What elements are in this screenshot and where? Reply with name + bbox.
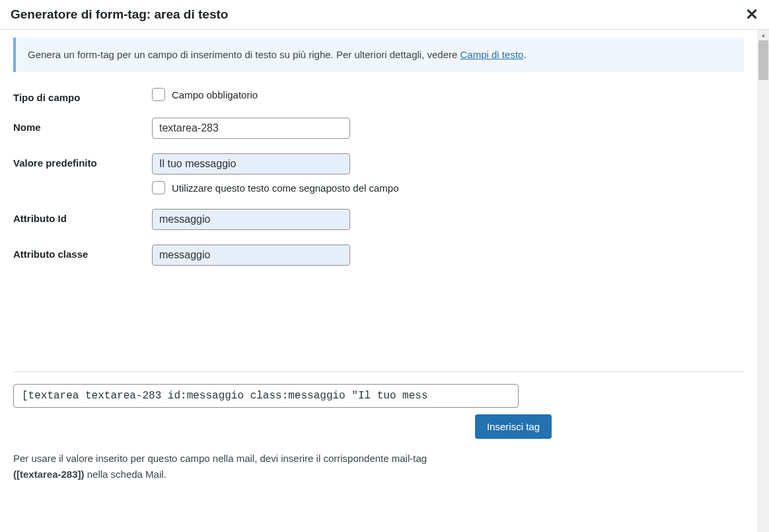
- class-attr-input[interactable]: [152, 245, 350, 266]
- required-checkbox[interactable]: [152, 88, 165, 101]
- info-text-after: .: [523, 49, 526, 60]
- class-attr-row: Attributo classe: [13, 245, 744, 266]
- form-tag-generator-modal: Generatore di form-tag: area di testo ✕ …: [0, 0, 769, 532]
- insert-tag-button[interactable]: Inserisci tag: [475, 414, 552, 439]
- footer-line1: Per usare il valore inserito per questo …: [13, 453, 427, 464]
- placeholder-checkbox-label: Utilizzare questo testo come segnaposto …: [172, 182, 399, 194]
- name-input[interactable]: [152, 118, 350, 139]
- modal-body: Genera un form-tag per un campo di inser…: [0, 30, 769, 532]
- footer-mail-tag: ([textarea-283]): [13, 469, 85, 480]
- scrollbar-thumb[interactable]: [758, 40, 768, 80]
- modal-title: Generatore di form-tag: area di testo: [11, 7, 228, 22]
- info-link[interactable]: Campi di testo: [460, 49, 524, 60]
- scrollbar[interactable]: ▴: [757, 30, 769, 532]
- default-value-row: Valore predefinito Utilizzare questo tes…: [13, 153, 744, 194]
- close-icon[interactable]: ✕: [745, 7, 758, 22]
- scrollbar-up-icon[interactable]: ▴: [758, 30, 769, 40]
- placeholder-checkbox[interactable]: [152, 181, 165, 194]
- modal-header: Generatore di form-tag: area di testo ✕: [0, 0, 769, 30]
- required-checkbox-label: Campo obbligatorio: [172, 89, 258, 100]
- id-attr-input[interactable]: [152, 209, 350, 230]
- info-text: Genera un form-tag per un campo di inser…: [28, 49, 460, 60]
- generated-tag-input[interactable]: [13, 384, 519, 408]
- content-area: Genera un form-tag per un campo di inser…: [0, 30, 757, 532]
- default-value-input[interactable]: [152, 153, 350, 174]
- name-row: Nome: [13, 118, 744, 139]
- class-attr-label: Attributo classe: [13, 245, 152, 260]
- default-value-label: Valore predefinito: [13, 153, 152, 169]
- field-type-label: Tipo di campo: [13, 88, 152, 103]
- bottom-section: Inserisci tag Per usare il valore inseri…: [13, 371, 744, 482]
- info-box: Genera un form-tag per un campo di inser…: [13, 38, 744, 72]
- field-type-row: Tipo di campo Campo obbligatorio: [13, 88, 744, 103]
- name-label: Nome: [13, 118, 152, 133]
- footer-text: Per usare il valore inserito per questo …: [13, 451, 744, 482]
- id-attr-row: Attributo Id: [13, 209, 744, 230]
- id-attr-label: Attributo Id: [13, 209, 152, 224]
- footer-line2: nella scheda Mail.: [85, 469, 166, 480]
